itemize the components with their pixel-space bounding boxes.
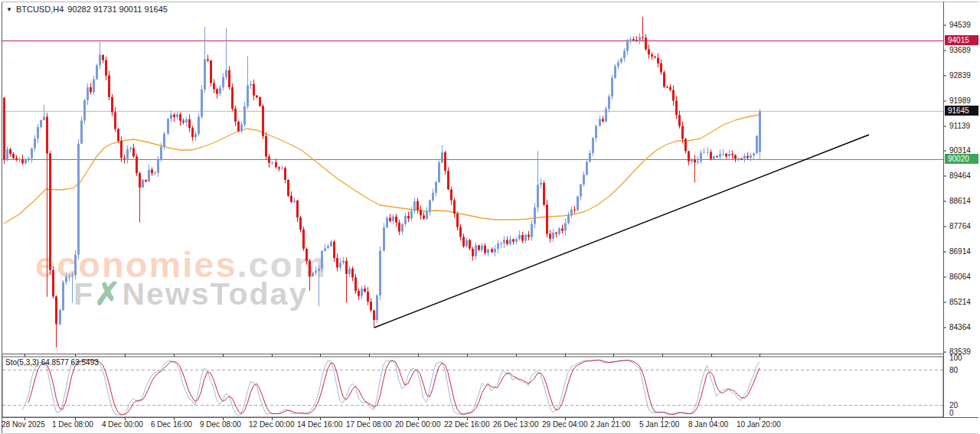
time-axis-label: 20 Dec 00:00 <box>395 420 441 429</box>
time-axis-label: 10 Jan 20:00 <box>737 420 781 429</box>
support-price-badge: 90020 <box>945 154 978 164</box>
bear-candle-bodies <box>3 37 749 324</box>
time-axis-label: 14 Dec 16:00 <box>297 420 343 429</box>
price-tick-label: 92839 <box>949 71 971 80</box>
resistance-price-badge: 94015 <box>945 35 978 45</box>
chart-window: ▼BTCUSD,H490282 91731 90011 91645 econom… <box>0 0 980 434</box>
chart-symbol-timeframe: BTCUSD,H4 <box>16 5 64 14</box>
chart-title-bar: ▼BTCUSD,H490282 91731 90011 91645 <box>6 5 168 14</box>
price-tick-label: 85214 <box>949 298 971 306</box>
time-axis-label: 29 Dec 04:00 <box>542 420 588 429</box>
current-price-price-badge: 91645 <box>945 106 978 116</box>
bull-candle-wicks <box>8 27 760 325</box>
sto-level-label: 0 <box>949 409 954 417</box>
time-axis-label: 2 Jan 21:00 <box>590 420 630 429</box>
symbol-dropdown-icon[interactable]: ▼ <box>6 6 12 13</box>
chart-ohlc-readout: 90282 91731 90011 91645 <box>67 5 168 14</box>
sto-level-label: 100 <box>949 354 962 362</box>
price-tick-label: 90314 <box>949 146 971 155</box>
sto-level-label: 80 <box>949 366 958 374</box>
time-axis-label: 5 Jan 12:00 <box>639 420 679 429</box>
sto-pane-border <box>2 357 943 417</box>
bull-candle-bodies <box>6 37 761 324</box>
time-axis-label: 1 Dec 08:00 <box>52 420 93 429</box>
stochastic-main-line <box>22 360 760 416</box>
ascending-trendline[interactable] <box>374 135 869 328</box>
stochastic-signal-line <box>28 360 760 415</box>
time-axis-label: 9 Dec 08:00 <box>200 420 241 429</box>
time-axis-label: 22 Dec 16:00 <box>444 420 490 429</box>
price-tick-label: 84364 <box>949 323 971 331</box>
time-axis-label: 6 Dec 16:00 <box>151 420 192 429</box>
price-tick-label: 86064 <box>949 272 971 281</box>
price-tick-label: 91139 <box>949 122 970 130</box>
price-tick-label: 94539 <box>949 21 971 29</box>
price-tick-label: 87764 <box>949 222 971 230</box>
time-axis-label: 17 Dec 08:00 <box>346 420 392 429</box>
time-axis-label: 28 Nov 2025 <box>2 420 45 429</box>
price-tick-label: 89464 <box>949 171 971 180</box>
time-axis-label: 26 Dec 13:00 <box>493 420 539 429</box>
time-axis-label: 4 Dec 00:00 <box>102 420 143 429</box>
stochastic-label: Sto(5,3,3) 64.8577 63.5493 <box>5 358 99 367</box>
price-tick-label: 88614 <box>949 197 971 205</box>
price-tick-label: 91989 <box>949 96 971 105</box>
time-axis-label: 12 Dec 00:00 <box>249 420 295 429</box>
price-tick-label: 93689 <box>949 46 971 54</box>
price-chart-canvas <box>0 0 980 434</box>
price-tick-label: 86914 <box>949 247 971 256</box>
time-axis-label: 8 Jan 04:00 <box>688 420 728 429</box>
